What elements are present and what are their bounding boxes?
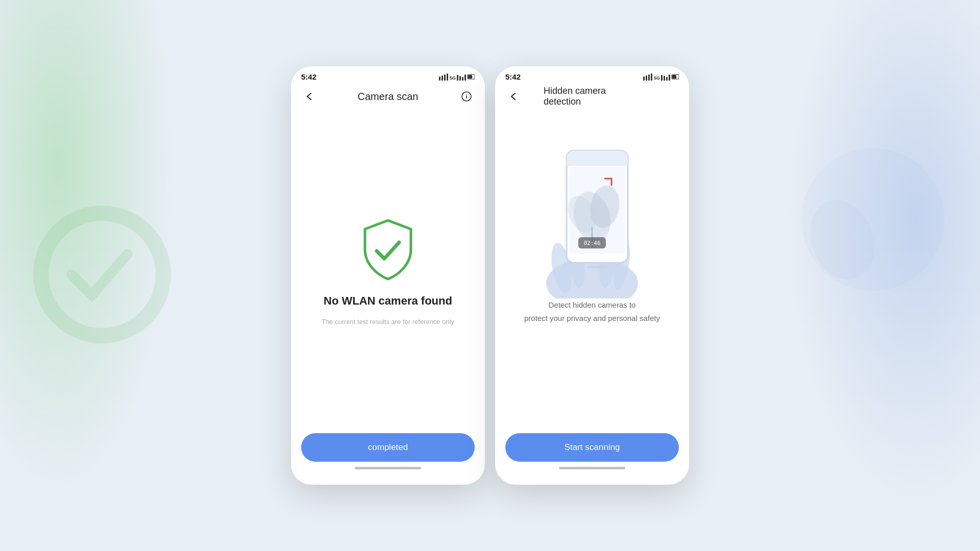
phone-bottom-2: Start scanning	[495, 423, 689, 485]
svg-rect-6	[447, 73, 448, 81]
svg-rect-25	[669, 74, 670, 81]
svg-rect-8	[457, 75, 458, 81]
status-time-2: 5:42	[505, 72, 521, 81]
right-decoration	[791, 138, 954, 303]
svg-rect-23	[664, 76, 665, 81]
shield-check-icon	[357, 218, 419, 284]
svg-rect-9	[459, 76, 461, 81]
info-button-1[interactable]: i	[458, 88, 475, 105]
home-indicator-2	[559, 467, 625, 469]
status-time-1: 5:42	[301, 72, 316, 81]
signal-icons-2: 5G	[643, 73, 679, 81]
back-arrow-icon-1	[304, 91, 314, 102]
svg-rect-44	[587, 266, 607, 268]
status-icons-2: 5G	[643, 73, 679, 81]
phone-hidden-detection: 5:42 5G	[495, 66, 689, 485]
svg-rect-27	[672, 75, 676, 79]
svg-rect-19	[648, 74, 650, 81]
phone-content-2: 02:46 Detect hidden cameras to protect y…	[495, 110, 689, 423]
status-bar-1: 5:42 5G	[291, 66, 485, 84]
svg-text:02:46: 02:46	[583, 240, 600, 246]
svg-rect-10	[462, 77, 463, 81]
back-arrow-icon-2	[508, 91, 519, 102]
svg-rect-3	[439, 77, 440, 81]
shield-area: No WLAN camera found The current test re…	[322, 120, 454, 423]
detect-description: Detect hidden cameras to protect your pr…	[524, 298, 660, 324]
svg-rect-18	[646, 76, 647, 81]
svg-text:i: i	[465, 93, 467, 99]
detect-line2: protect your privacy and personal safety	[524, 312, 660, 325]
svg-rect-36	[567, 158, 628, 166]
svg-rect-5	[444, 74, 446, 81]
home-indicator-1	[355, 467, 421, 469]
page-title-1: Camera scan	[358, 91, 419, 103]
svg-text:5G: 5G	[654, 76, 660, 81]
svg-rect-11	[464, 74, 466, 81]
svg-rect-22	[661, 75, 663, 81]
svg-point-1	[801, 148, 944, 291]
phone-bottom-1: completed	[291, 423, 485, 485]
result-subtitle-1: The current test results are for referen…	[322, 318, 454, 325]
signal-icons-1: 5G	[439, 73, 475, 81]
status-icons-1: 5G	[439, 73, 475, 81]
svg-point-2	[799, 191, 885, 288]
phones-container: 5:42 5G	[291, 66, 689, 485]
back-button-2[interactable]	[505, 88, 522, 105]
detect-line1: Detect hidden cameras to	[524, 298, 660, 312]
start-scanning-button[interactable]: Start scanning	[505, 433, 679, 462]
detection-illustration: 02:46 Detect hidden cameras to protect y…	[510, 120, 674, 423]
nav-bar-2: Hidden camera detection	[495, 84, 689, 110]
nav-bar-1: Camera scan i	[291, 84, 485, 110]
left-decoration	[31, 203, 174, 348]
svg-text:5G: 5G	[450, 76, 456, 81]
phone-content-1: No WLAN camera found The current test re…	[291, 110, 485, 423]
page-title-2: Hidden camera detection	[544, 86, 641, 107]
back-button-1[interactable]	[301, 88, 317, 105]
svg-rect-13	[468, 75, 472, 79]
result-title-1: No WLAN camera found	[324, 294, 452, 308]
svg-rect-24	[666, 77, 668, 81]
phone-camera-scan: 5:42 5G	[291, 66, 485, 485]
bg-blur-right	[766, 0, 980, 551]
phone-in-hand-svg: 02:46	[526, 125, 658, 298]
bg-blur-left	[0, 0, 194, 551]
svg-rect-20	[651, 73, 652, 81]
svg-rect-17	[643, 77, 645, 81]
info-icon-1: i	[461, 91, 472, 102]
completed-button[interactable]: completed	[301, 433, 475, 462]
svg-rect-4	[442, 76, 443, 81]
status-bar-2: 5:42 5G	[495, 66, 689, 84]
svg-point-0	[41, 213, 163, 336]
